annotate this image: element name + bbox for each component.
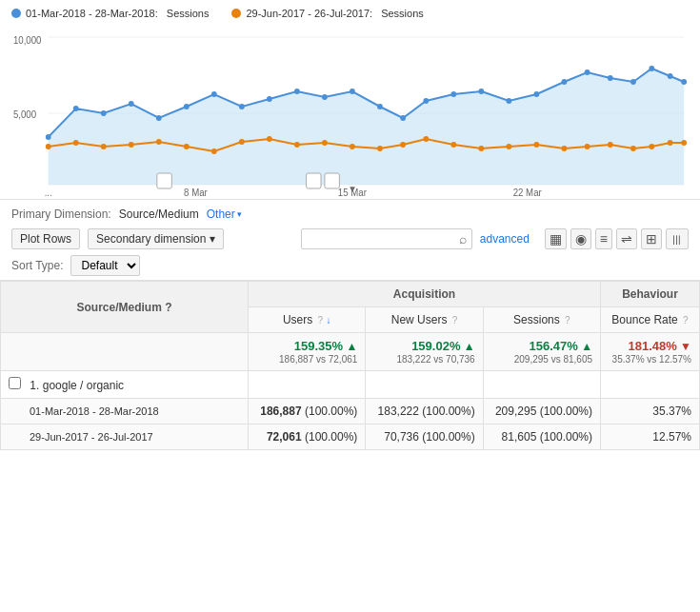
- subrow2-sessions-pct: (100.00%): [540, 430, 592, 444]
- new-users-change-sub: 183,222 vs 70,736: [373, 354, 474, 365]
- users-header: Users ? ↓: [249, 307, 366, 333]
- subrow2-label-cell: 29-Jun-2017 - 26-Jul-2017: [1, 424, 249, 450]
- source-medium-help-icon[interactable]: ?: [165, 301, 171, 314]
- users-change-sub: 186,887 vs 72,061: [256, 354, 357, 365]
- sort-type-select[interactable]: Default: [70, 255, 140, 276]
- subrow1-users: 186,887: [260, 405, 301, 418]
- row1-new-users-cell: [366, 371, 483, 399]
- other-link-text: Other: [207, 207, 235, 221]
- row1-users-cell: [249, 371, 366, 399]
- svg-text:...: ...: [45, 188, 52, 198]
- svg-point-11: [211, 91, 217, 97]
- behaviour-header: Behaviour: [601, 282, 700, 307]
- primary-dimension-row: Primary Dimension: Source/Medium Other ▾: [11, 207, 689, 221]
- line-chart: 10,000 5,000: [11, 23, 689, 199]
- search-input[interactable]: [307, 232, 459, 246]
- advanced-link[interactable]: advanced: [480, 232, 530, 246]
- new-users-label: New Users: [391, 313, 448, 326]
- column-view-button[interactable]: ⫼: [666, 228, 689, 249]
- svg-point-18: [400, 115, 406, 121]
- row1-checkbox[interactable]: [9, 377, 21, 389]
- search-icon[interactable]: ⌕: [459, 231, 467, 247]
- svg-point-15: [322, 94, 328, 100]
- subrow1-label: 01-Mar-2018 - 28-Mar-2018: [30, 405, 159, 417]
- svg-point-38: [239, 139, 245, 145]
- bar-view-button[interactable]: ≡: [595, 228, 612, 249]
- controls-section: Primary Dimension: Source/Medium Other ▾…: [0, 200, 700, 281]
- subrow2-sessions-cell: 81,605 (100.00%): [483, 424, 600, 450]
- svg-point-51: [585, 144, 590, 149]
- svg-point-40: [294, 142, 300, 148]
- bounce-rate-help-icon[interactable]: ?: [683, 315, 689, 326]
- svg-rect-59: [325, 173, 339, 188]
- users-sort-arrow[interactable]: ↓: [326, 315, 330, 326]
- svg-point-12: [239, 104, 245, 109]
- legend-metric-orange: Sessions: [381, 8, 424, 19]
- subrow1-bounce-cell: 35.37%: [601, 399, 700, 424]
- grid-view-button[interactable]: ▦: [545, 228, 567, 249]
- pivot-view-button[interactable]: ⊞: [641, 228, 662, 249]
- bounce-rate-header: Bounce Rate ?: [601, 307, 700, 333]
- data-table: Source/Medium ? Acquisition Behaviour Us…: [0, 281, 700, 450]
- svg-point-31: [46, 144, 51, 149]
- new-users-help-icon[interactable]: ?: [452, 315, 458, 326]
- svg-point-16: [350, 89, 355, 94]
- subrow2-users-pct: (100.00%): [305, 430, 357, 444]
- row1-sessions-cell: [483, 371, 600, 399]
- svg-point-54: [649, 144, 654, 149]
- users-change-value: 159.35%: [294, 339, 343, 353]
- subrow2-users: 72,061: [267, 430, 302, 444]
- svg-point-21: [478, 89, 484, 94]
- plot-rows-button[interactable]: Plot Rows: [11, 228, 80, 249]
- sub-row-2: 29-Jun-2017 - 26-Jul-2017 72,061 (100.00…: [1, 424, 700, 450]
- row1-label[interactable]: google / organic: [43, 379, 124, 392]
- svg-point-9: [156, 115, 162, 121]
- subrow2-bounce-cell: 12.57%: [601, 424, 700, 450]
- svg-text:10,000: 10,000: [13, 35, 42, 46]
- svg-point-13: [267, 96, 272, 102]
- subrow1-users-pct: (100.00%): [305, 405, 357, 418]
- total-label-cell: [1, 333, 249, 371]
- svg-point-5: [46, 134, 51, 140]
- row1-bounce-cell: [601, 371, 700, 399]
- svg-point-29: [668, 73, 673, 79]
- compare-view-button[interactable]: ⇌: [616, 228, 637, 249]
- svg-point-43: [377, 146, 383, 151]
- svg-point-52: [608, 142, 613, 148]
- sessions-help-icon[interactable]: ?: [565, 315, 570, 326]
- svg-text:5,000: 5,000: [13, 109, 37, 120]
- subrow1-new-users-cell: 183,222 (100.00%): [366, 399, 483, 424]
- sub-row-1: 01-Mar-2018 - 28-Mar-2018 186,887 (100.0…: [1, 399, 700, 424]
- svg-point-8: [129, 101, 134, 107]
- subrow2-label: 29-Jun-2017 - 26-Jul-2017: [30, 431, 153, 443]
- primary-dimension-value: Source/Medium: [119, 207, 199, 221]
- svg-point-55: [668, 140, 673, 146]
- svg-point-56: [681, 140, 687, 146]
- svg-point-14: [294, 89, 300, 94]
- table-row: 1. google / organic: [1, 371, 700, 399]
- legend-date-orange: 29-Jun-2017 - 26-Jul-2017:: [246, 8, 372, 19]
- toolbar-row: Plot Rows Secondary dimension ▾ ⌕ advanc…: [11, 228, 689, 249]
- svg-point-6: [73, 106, 79, 111]
- svg-point-19: [423, 98, 429, 104]
- users-help-icon[interactable]: ?: [318, 315, 324, 326]
- legend-item-orange: 29-Jun-2017 - 26-Jul-2017: Sessions: [231, 8, 423, 19]
- users-change-arrow: ▲: [346, 340, 357, 353]
- other-link[interactable]: Other ▾: [207, 207, 242, 221]
- svg-point-39: [267, 136, 272, 142]
- search-box[interactable]: ⌕: [301, 228, 472, 249]
- subrow2-bounce: 12.57%: [652, 430, 691, 444]
- total-new-users-cell: 159.02% ▲ 183,222 vs 70,736: [366, 333, 483, 371]
- subrow1-bounce: 35.37%: [652, 405, 691, 418]
- pie-view-button[interactable]: ◉: [570, 228, 591, 249]
- secondary-dimension-button[interactable]: Secondary dimension ▾: [88, 228, 224, 249]
- legend-metric-blue: Sessions: [167, 8, 210, 19]
- new-users-header: New Users ?: [366, 307, 483, 333]
- svg-point-32: [73, 140, 79, 146]
- svg-point-25: [585, 69, 590, 75]
- subrow1-sessions: 209,295: [495, 405, 536, 418]
- svg-point-46: [450, 142, 456, 148]
- total-row: 159.35% ▲ 186,887 vs 72,061 159.02% ▲ 18…: [1, 333, 700, 371]
- svg-point-34: [129, 142, 134, 148]
- dropdown-icon: ▾: [210, 232, 215, 246]
